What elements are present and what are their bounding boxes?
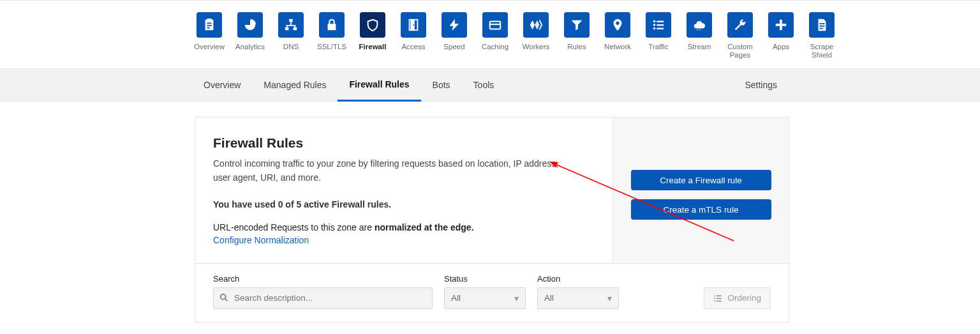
action-select[interactable]: All ▾ — [537, 287, 619, 309]
tab-settings[interactable]: Settings — [745, 80, 786, 90]
panel-desc: Control incoming traffic to your zone by… — [213, 157, 570, 185]
svg-rect-24 — [819, 26, 824, 27]
svg-rect-12 — [490, 22, 501, 29]
nav-item-custom[interactable]: Custom Pages — [725, 12, 755, 59]
nav-label: Access — [401, 43, 425, 51]
search-box — [213, 287, 433, 309]
bolt-icon — [442, 12, 467, 38]
nav-item-network[interactable]: Network — [603, 12, 632, 59]
tab-overview[interactable]: Overview — [195, 69, 252, 101]
list-icon — [646, 12, 671, 38]
create-mtls-rule-button[interactable]: Create a mTLS rule — [631, 199, 771, 220]
content: Firewall Rules Control incoming traffic … — [0, 102, 980, 322]
svg-rect-5 — [289, 19, 293, 22]
nav-label: Scrape Shield — [810, 43, 833, 59]
chevron-down-icon: ▾ — [607, 293, 612, 303]
door-icon — [401, 12, 426, 38]
nav-label: DNS — [283, 43, 299, 51]
nav-item-analytics[interactable]: Analytics — [235, 12, 265, 59]
sub-tabbar: OverviewManaged RulesFirewall RulesBotsT… — [0, 68, 980, 102]
search-input[interactable] — [213, 287, 433, 309]
ordering-label: Ordering — [727, 293, 761, 303]
nav-item-speed[interactable]: Speed — [440, 12, 469, 59]
nav-label: Apps — [773, 43, 789, 51]
firewall-rules-panel: Firewall Rules Control incoming traffic … — [195, 117, 789, 263]
svg-rect-16 — [657, 21, 664, 22]
tab-managed[interactable]: Managed Rules — [252, 69, 338, 101]
nav-item-caching[interactable]: Caching — [480, 12, 510, 59]
normalization-pre: URL-encoded Requests to this zone are — [213, 222, 375, 232]
svg-rect-30 — [715, 298, 716, 299]
svg-rect-3 — [207, 25, 211, 26]
svg-point-19 — [653, 27, 656, 30]
usage-count: 0 of 5 — [278, 199, 302, 209]
nav-item-traffic[interactable]: Traffic — [644, 12, 673, 59]
pie-icon — [237, 12, 263, 38]
nav-label: Speed — [443, 43, 464, 51]
svg-point-14 — [616, 22, 620, 26]
configure-normalization-link[interactable]: Configure Normalization — [213, 235, 309, 245]
svg-rect-1 — [207, 19, 211, 21]
clipboard-icon — [197, 12, 222, 38]
nav-label: Traffic — [648, 43, 668, 51]
panel-title: Firewall Rules — [213, 135, 595, 151]
nav-label: Stream — [687, 43, 711, 51]
normalization-bold: normalized at the edge. — [375, 222, 474, 232]
svg-rect-25 — [819, 28, 823, 29]
tab-firewall-rules[interactable]: Firewall Rules — [338, 70, 420, 102]
status-select[interactable]: All ▾ — [444, 287, 526, 309]
svg-point-15 — [653, 20, 656, 23]
nav-label: Custom Pages — [727, 43, 753, 59]
create-firewall-rule-button[interactable]: Create a Firewall rule — [631, 170, 771, 190]
cloud-icon — [687, 12, 712, 38]
ordering-button[interactable]: Ordering — [704, 287, 771, 309]
tab-bots[interactable]: Bots — [421, 69, 462, 101]
nav-item-rules[interactable]: Rules — [562, 12, 591, 59]
nav-item-dns[interactable]: DNS — [276, 12, 306, 59]
svg-rect-32 — [715, 300, 716, 301]
svg-point-26 — [221, 294, 226, 299]
nav-label: Workers — [523, 43, 550, 51]
svg-rect-23 — [819, 23, 824, 24]
usage-pre: You have used — [213, 199, 278, 209]
nav-item-ssl[interactable]: SSL/TLS — [317, 12, 346, 59]
nav-item-apps[interactable]: Apps — [766, 12, 796, 59]
tab-tools[interactable]: Tools — [462, 69, 506, 101]
search-icon — [219, 292, 229, 303]
svg-rect-7 — [293, 27, 297, 31]
search-label: Search — [213, 274, 433, 284]
svg-rect-28 — [715, 295, 716, 296]
nav-item-stream[interactable]: Stream — [685, 12, 714, 59]
search-column: Search — [213, 274, 433, 309]
card-icon — [482, 12, 508, 38]
ordering-icon — [713, 294, 722, 303]
status-column: Status All ▾ — [444, 274, 526, 309]
funnel-icon — [564, 12, 590, 38]
nav-item-firewall[interactable]: Firewall — [358, 12, 387, 59]
panel-description: Firewall Rules Control incoming traffic … — [195, 118, 612, 262]
svg-point-11 — [413, 24, 414, 26]
usage-line: You have used 0 of 5 active Firewall rul… — [213, 199, 595, 209]
doc-icon — [809, 12, 835, 38]
workers-icon — [523, 12, 549, 38]
chevron-down-icon: ▾ — [514, 293, 519, 303]
nav-label: Caching — [482, 43, 509, 51]
nav-label: Rules — [567, 43, 586, 51]
svg-rect-31 — [716, 298, 722, 299]
nav-item-access[interactable]: Access — [399, 12, 428, 59]
nav-item-scrape[interactable]: Scrape Shield — [807, 12, 836, 59]
action-column: Action All ▾ — [537, 274, 619, 309]
svg-rect-8 — [328, 24, 336, 30]
svg-rect-20 — [657, 28, 664, 29]
page: OverviewAnalyticsDNSSSL/TLSFirewallAcces… — [0, 0, 980, 323]
status-label: Status — [444, 274, 526, 284]
svg-rect-4 — [207, 27, 210, 29]
nav-item-overview[interactable]: Overview — [195, 12, 224, 59]
svg-rect-29 — [716, 295, 722, 296]
nav-item-workers[interactable]: Workers — [521, 12, 551, 59]
lock-icon — [319, 12, 345, 38]
plus-icon — [768, 12, 794, 38]
wrench-icon — [727, 12, 753, 38]
action-value: All — [544, 293, 554, 303]
filters-bar: Search Status All ▾ Action All — [195, 264, 789, 323]
